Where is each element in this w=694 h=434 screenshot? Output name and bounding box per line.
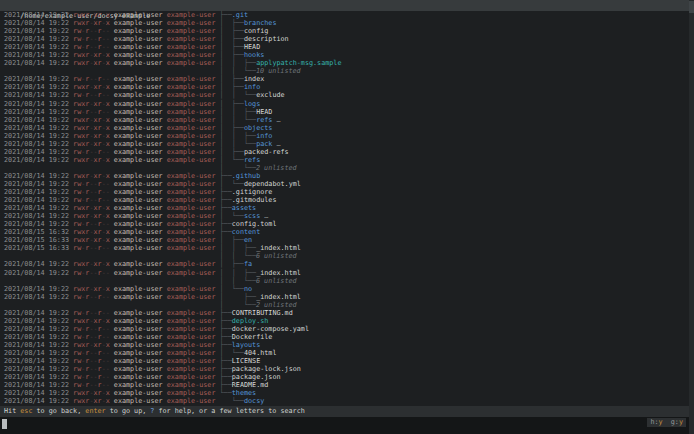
entry-name[interactable]: fa [244, 260, 252, 268]
entry-name[interactable]: README.md [232, 381, 269, 389]
entry-name[interactable]: docker-compose.yaml [232, 325, 309, 333]
entry-name[interactable]: exclude [256, 91, 284, 99]
entry-name[interactable]: .gitignore [232, 188, 273, 196]
entry-name[interactable]: no [244, 285, 252, 293]
entry-name[interactable]: .github [232, 172, 260, 180]
entry-name[interactable]: description [244, 35, 289, 43]
entry-name[interactable]: _index.html [256, 293, 301, 301]
owner: example-user [110, 196, 167, 204]
group: example-user [167, 91, 220, 99]
entry-name[interactable]: LICENSE [232, 357, 260, 365]
entry-name[interactable]: _index.html [256, 269, 301, 277]
tree-row[interactable]: 2021/08/14 19:22 rw-r--r-- example-user … [0, 148, 689, 156]
tree-row[interactable]: 2021/08/14 19:22 rw-r--r-- example-user … [0, 373, 689, 381]
tree-row[interactable]: 2021/08/14 19:22 rwxr-xr-x example-user … [0, 204, 689, 212]
tree-branch-glyph: │ ├── [220, 293, 257, 301]
tree-row[interactable]: 2021/08/14 19:22 rwxr-xr-x example-user … [0, 100, 689, 108]
tree-row[interactable]: 2021/08/14 19:22 rwxr-xr-x example-user … [0, 19, 689, 27]
group: example-user [167, 333, 220, 341]
group: example-user [167, 116, 220, 124]
tree-row[interactable]: 2021/08/14 19:22 rwxr-xr-x example-user … [0, 172, 689, 180]
permissions: rw-r--r-- [73, 309, 110, 317]
entry-name[interactable]: packed-refs [244, 148, 289, 156]
tree-row[interactable]: 2021/08/14 19:22 rw-r--r-- example-user … [0, 349, 689, 357]
entry-name[interactable]: layouts [232, 341, 260, 349]
entry-name[interactable]: package-lock.json [232, 365, 301, 373]
tree-row[interactable]: 2021/08/14 19:22 rw-r--r-- example-user … [0, 269, 689, 277]
tree-row[interactable]: 2021/08/14 19:22 rwxr-xr-x example-user … [0, 11, 689, 19]
tree-branch-glyph: ├── [220, 196, 232, 204]
tree-row[interactable]: │ └──2 unlisted [0, 164, 689, 172]
entry-name[interactable]: assets [232, 204, 256, 212]
tree-row[interactable]: 2021/08/14 19:22 rwxr-xr-x example-user … [0, 140, 689, 148]
entry-name[interactable]: docsy [244, 397, 264, 405]
entry-name[interactable]: dependabot.yml [244, 180, 301, 188]
entry-name[interactable]: CONTRIBUTING.md [232, 309, 293, 317]
entry-name[interactable]: .gitmodules [232, 196, 277, 204]
permissions: rwxr-xr-x [73, 132, 110, 140]
tree-row[interactable]: 2021/08/14 19:22 rw-r--r-- example-user … [0, 333, 689, 341]
entry-name[interactable]: logs [244, 100, 260, 108]
tree-row[interactable]: 2021/08/14 19:22 rw-r--r-- example-user … [0, 91, 689, 99]
tree-row[interactable]: 2021/08/14 19:22 rwxr-xr-x example-user … [0, 260, 689, 268]
modified-date: 2021/08/14 19:22 [4, 389, 73, 397]
tree-row[interactable]: 2021/08/14 19:22 rw-r--r-- example-user … [0, 357, 689, 365]
entry-name[interactable]: deploy.sh [232, 317, 269, 325]
search-input[interactable]: h:y g:y [0, 417, 694, 434]
entry-name[interactable]: pack [256, 140, 272, 148]
entry-name[interactable]: themes [232, 389, 256, 397]
tree-row[interactable]: 2021/08/14 19:22 rwxr-xr-x example-user … [0, 212, 689, 220]
entry-name[interactable]: Dockerfile [232, 333, 273, 341]
tree-row[interactable]: 2021/08/14 19:22 rwxr-xr-x example-user … [0, 156, 689, 164]
entry-name[interactable]: 404.html [244, 349, 277, 357]
owner: example-user [110, 397, 167, 405]
tree-row[interactable]: 2021/08/14 19:22 rwxr-xr-x example-user … [0, 397, 689, 405]
tree-row[interactable]: 2021/08/14 19:22 rwxr-xr-x example-user … [0, 132, 689, 140]
group: example-user [167, 100, 220, 108]
flag-label: h: [650, 418, 658, 426]
permissions: rwxr-xr-x [73, 260, 110, 268]
tree-row[interactable]: 2021/08/14 19:22 rw-r--r-- example-user … [0, 365, 689, 373]
modified-date: 2021/08/14 19:22 [4, 43, 73, 51]
tree-row[interactable]: 2021/08/14 19:22 rw-r--r-- example-user … [0, 108, 689, 116]
tree-branch-glyph: │ ├── [220, 260, 244, 268]
tree-row[interactable]: 2021/08/14 19:22 rwxr-xr-x example-user … [0, 285, 689, 293]
entry-name[interactable]: HEAD [256, 108, 272, 116]
tree-row[interactable]: 2021/08/14 19:22 rw-r--r-- example-user … [0, 188, 689, 196]
group: example-user [167, 204, 220, 212]
scrollbar[interactable] [689, 0, 694, 434]
modified-date: 2021/08/14 19:22 [4, 269, 73, 277]
entry-name[interactable]: branches [244, 19, 277, 27]
entry-name[interactable]: HEAD [244, 43, 260, 51]
tree-row[interactable]: 2021/08/14 19:22 rw-r--r-- example-user … [0, 293, 689, 301]
permissions: rw-r--r-- [73, 27, 110, 35]
entry-name[interactable]: info [256, 132, 272, 140]
entry-name[interactable]: refs [256, 116, 272, 124]
tree-row[interactable]: 2021/08/14 19:22 rwxr-xr-x example-user … [0, 116, 689, 124]
tree-row[interactable]: 2021/08/14 19:22 rwxr-xr-x example-user … [0, 341, 689, 349]
entry-name[interactable]: package.json [232, 373, 281, 381]
tree-row[interactable]: 2021/08/14 19:22 rw-r--r-- example-user … [0, 381, 689, 389]
tree-row[interactable]: │ └──2 unlisted [0, 301, 689, 309]
entry-name[interactable]: objects [244, 124, 272, 132]
tree-row[interactable]: 2021/08/14 19:22 rw-r--r-- example-user … [0, 180, 689, 188]
tree-row[interactable]: 2021/08/14 19:22 rwxr-xr-x example-user … [0, 124, 689, 132]
tree-row[interactable]: 2021/08/14 19:22 rw-r--r-- example-user … [0, 309, 689, 317]
tree-branch-glyph: │ └── [220, 180, 244, 188]
status-bar: Hit esc to go back, enter to go up, ? fo… [0, 406, 694, 417]
scrollbar-thumb[interactable] [689, 1, 694, 13]
owner: example-user [110, 373, 167, 381]
entry-name[interactable]: refs [244, 156, 260, 164]
tree-row[interactable]: 2021/08/14 19:22 rw-r--r-- example-user … [0, 35, 689, 43]
tree-row[interactable]: │ │ └──6 unlisted [0, 277, 689, 285]
root-path-line[interactable]: /home/example-user/docsy-example [0, 0, 689, 11]
tree-row[interactable]: 2021/08/14 19:22 rwxr-xr-x example-user … [0, 317, 689, 325]
entry-name[interactable]: config [244, 27, 268, 35]
tree-row[interactable]: 2021/08/14 19:22 rw-r--r-- example-user … [0, 27, 689, 35]
tree-branch-glyph: │ ├── [220, 148, 244, 156]
tree-row[interactable]: 2021/08/14 19:22 rw-r--r-- example-user … [0, 196, 689, 204]
entry-name[interactable]: .git [232, 11, 248, 19]
tree-row[interactable]: 2021/08/14 19:22 rw-r--r-- example-user … [0, 325, 689, 333]
modified-date: 2021/08/14 19:22 [4, 260, 73, 268]
entry-name[interactable]: scss [244, 212, 260, 220]
